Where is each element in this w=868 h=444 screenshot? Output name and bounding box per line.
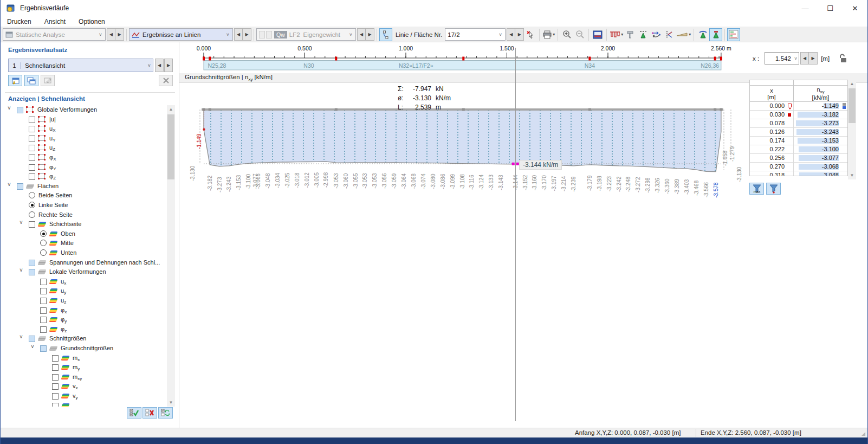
checkbox[interactable]: [52, 403, 59, 407]
checkbox[interactable]: [29, 117, 35, 123]
tree-scrollbar-thumb[interactable]: [167, 114, 174, 179]
scroll-up-icon[interactable]: ▲: [167, 105, 175, 113]
hammer-tool-button[interactable]: [624, 28, 637, 41]
check-all-button[interactable]: [127, 407, 141, 419]
invert-selection-button[interactable]: [158, 407, 173, 419]
snap-results-button[interactable]: [663, 28, 676, 41]
lock-open-icon[interactable]: [839, 54, 848, 63]
tree-item-item[interactable]: [3, 401, 165, 407]
close-button[interactable]: ✕: [843, 0, 867, 16]
tree-item-schichtseite[interactable]: ˅Schichtseite: [3, 220, 165, 229]
result-type-prev-button[interactable]: ◀: [234, 28, 243, 41]
tree-item-z[interactable]: φZ: [3, 172, 165, 182]
radio-button[interactable]: [29, 211, 35, 218]
delete-set-button[interactable]: [159, 75, 173, 86]
scroll-down-icon[interactable]: ▼: [848, 171, 856, 179]
checkbox[interactable]: [17, 183, 23, 190]
tree-item-my[interactable]: my: [3, 363, 165, 372]
x-prev-button[interactable]: ◀: [800, 52, 809, 65]
edit-set-button[interactable]: [41, 75, 55, 86]
show-result-table-toggle[interactable]: [727, 28, 740, 41]
smoothing-dropdown-arrow[interactable]: ▾: [689, 32, 691, 37]
tree-item-ux[interactable]: ux: [3, 277, 165, 287]
maximize-button[interactable]: ☐: [818, 0, 843, 16]
checkbox[interactable]: [52, 355, 59, 362]
tree-item-x[interactable]: φx: [3, 306, 165, 316]
loadcase-prev-button[interactable]: ◀: [357, 28, 366, 41]
zoom-in-button[interactable]: [560, 28, 573, 41]
checkbox[interactable]: [29, 173, 35, 180]
new-set-button[interactable]: [8, 75, 22, 86]
filter-max-button[interactable]: max: [749, 183, 764, 195]
table-row-x-0-000[interactable]: 0.000-1.149: [750, 102, 847, 111]
result-cursor-line[interactable]: [515, 48, 516, 421]
tree-item-vy[interactable]: vy: [3, 391, 165, 401]
table-row-x-0-126[interactable]: 0.126-3.243: [750, 128, 847, 137]
checkbox[interactable]: [29, 145, 35, 151]
panel-settings-button[interactable]: [591, 28, 604, 41]
tree-item-y[interactable]: φY: [3, 163, 165, 172]
checkbox[interactable]: [29, 269, 35, 275]
checkbox[interactable]: [52, 364, 59, 371]
set-next-button[interactable]: ▶: [164, 59, 173, 72]
diagram-set-combo[interactable]: 1 Schnellansicht ˅: [8, 59, 153, 72]
checkbox[interactable]: [52, 374, 59, 381]
checkbox[interactable]: [17, 107, 23, 113]
uncheck-all-button[interactable]: [142, 407, 157, 419]
analysis-prev-button[interactable]: ◀: [107, 28, 115, 41]
checkbox[interactable]: [29, 260, 35, 266]
result-diagram-button[interactable]: ▾: [609, 28, 624, 41]
tree-item-mitte[interactable]: Mitte: [3, 239, 165, 248]
line-next-button[interactable]: ▶: [515, 28, 524, 41]
checkbox[interactable]: [40, 307, 47, 314]
radio-button[interactable]: [40, 230, 47, 237]
chevron-expanded-icon[interactable]: ˅: [20, 267, 23, 273]
chevron-down-icon[interactable]: ˅: [148, 63, 153, 68]
chevron-down-icon[interactable]: ˅: [793, 56, 799, 61]
analysis-next-button[interactable]: ▶: [115, 28, 124, 41]
checkbox[interactable]: [29, 336, 35, 342]
tree-item-uz[interactable]: uZ: [3, 143, 165, 153]
table-row-x-0-222[interactable]: 0.222-3.100: [750, 145, 847, 154]
radio-button[interactable]: [40, 249, 47, 256]
result-type-next-button[interactable]: ▶: [243, 28, 251, 41]
chevron-expanded-icon[interactable]: ˅: [8, 182, 11, 188]
tree-item-uy[interactable]: uY: [3, 134, 165, 144]
checkbox[interactable]: [29, 221, 35, 228]
tree-item-lokale-verformungen[interactable]: ˅Lokale Verformungen: [3, 267, 165, 277]
radio-button[interactable]: [29, 192, 35, 198]
table-row-x-0-270[interactable]: 0.270-3.068: [750, 163, 847, 171]
analysis-combo[interactable]: Statische Analyse˅: [3, 28, 106, 41]
tree-item-schnittgr-en[interactable]: ˅Schnittgrößen: [3, 334, 165, 344]
deselect-button[interactable]: [524, 28, 537, 41]
table-scrollbar-thumb[interactable]: [848, 88, 856, 123]
show-all-values-button[interactable]: [696, 28, 709, 41]
tree-item-vx[interactable]: vx: [3, 382, 165, 391]
checkbox[interactable]: [29, 126, 35, 132]
tree-item-beide-seiten[interactable]: Beide Seiten: [3, 191, 165, 201]
menu-optionen[interactable]: Optionen: [72, 18, 112, 25]
tree-item-z[interactable]: φz: [3, 325, 165, 334]
x-next-button[interactable]: ▶: [809, 52, 818, 65]
table-row-x-0-256[interactable]: 0.256-3.077: [750, 154, 847, 163]
copy-set-button[interactable]: [24, 75, 38, 86]
show-extreme-values-button[interactable]: [709, 28, 722, 41]
tree-item-grundschnittgr-en[interactable]: ˅Grundschnittgrößen: [3, 344, 165, 353]
radio-button[interactable]: [40, 240, 47, 246]
print-dropdown-arrow[interactable]: ▾: [553, 32, 555, 37]
checkbox[interactable]: [40, 279, 47, 285]
checkbox[interactable]: [52, 393, 59, 400]
checkbox[interactable]: [29, 155, 35, 161]
menu-ansicht[interactable]: Ansicht: [38, 18, 72, 25]
zoom-out-button[interactable]: [573, 28, 586, 41]
tree-item-oben[interactable]: Oben: [3, 229, 165, 239]
tree-item-unten[interactable]: Unten: [3, 248, 165, 258]
tree-item-globale-verformungen[interactable]: ˅Globale Verformungen: [3, 105, 165, 115]
tree-scrollbar[interactable]: ▲ ▼: [167, 105, 175, 407]
smoothing-button[interactable]: ▾: [676, 28, 691, 41]
checkbox[interactable]: [40, 326, 47, 333]
chevron-expanded-icon[interactable]: ˅: [20, 334, 23, 340]
checkbox[interactable]: [29, 164, 35, 171]
tree-item-mxy[interactable]: mxy: [3, 372, 165, 382]
checkbox[interactable]: [40, 317, 47, 323]
